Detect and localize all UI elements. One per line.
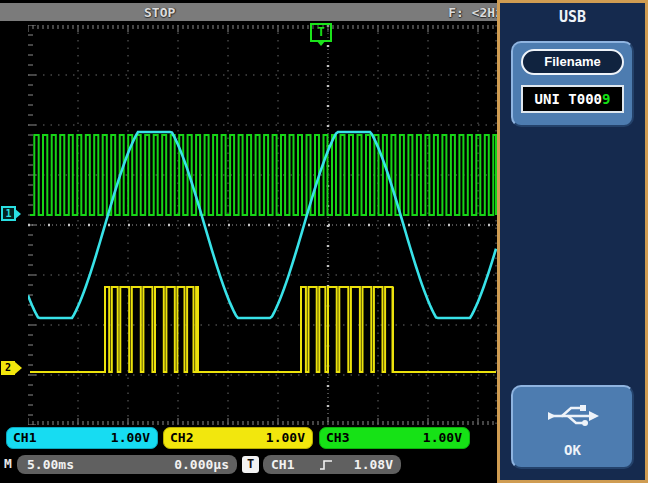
ch2-level-marker[interactable]: 2 (1, 361, 15, 375)
top-ruler-ticks (28, 25, 493, 32)
filename-field[interactable]: UNI T0009 (521, 85, 624, 113)
bottom-ruler-ticks (28, 418, 493, 425)
ch2-scale-value: 1.00V (266, 428, 305, 448)
ch1-scale-readout: CH1 1.00V (6, 427, 158, 449)
filename-softkey[interactable]: Filename UNI T0009 (511, 41, 634, 127)
timebase-readout: 5.00ms 0.000µs (17, 455, 237, 474)
ch1-scale-value: 1.00V (111, 428, 150, 448)
horizontal-offset-value: 0.000µs (174, 455, 229, 474)
ch2-marker-arrow-icon (15, 362, 22, 374)
filename-value: UNI T000 (535, 91, 602, 107)
scope-screen: STOP F: <2Hz T 1 2 CH1 1.00V CH2 1.00V C… (0, 0, 497, 483)
trigger-position-arrow-icon (316, 40, 326, 46)
usb-menu-title: USB (500, 8, 645, 26)
usb-menu-panel: USB Filename UNI T0009 OK (497, 0, 648, 483)
ok-button-label: OK (513, 442, 632, 458)
acquisition-status: STOP (144, 5, 175, 20)
ch3-scale-readout: CH3 1.00V (319, 427, 470, 449)
filename-button[interactable]: Filename (521, 49, 624, 75)
ch3-carrier-trace (30, 135, 496, 215)
ok-button[interactable]: OK (511, 385, 634, 469)
ch2-scale-readout: CH2 1.00V (163, 427, 313, 449)
frequency-readout: F: <2Hz (448, 5, 503, 20)
usb-trident-icon (544, 400, 602, 432)
trigger-level-value: 1.08V (354, 455, 393, 474)
ch1-marker-label: 1 (5, 208, 11, 219)
main-timebase-indicator: M (4, 456, 12, 471)
rising-edge-icon (319, 459, 333, 471)
timebase-value: 5.00ms (27, 455, 74, 474)
oscilloscope-screenshot: STOP F: <2Hz T 1 2 CH1 1.00V CH2 1.00V C… (0, 0, 650, 490)
ch1-marker-arrow-icon (14, 208, 21, 220)
trigger-position-label: T (317, 25, 324, 39)
ch2-marker-label: 2 (5, 362, 11, 373)
ch1-level-marker[interactable]: 1 (1, 206, 16, 221)
filename-cursor-char: 9 (602, 91, 610, 107)
ch2-burst-trace (30, 287, 496, 372)
grid-vertical-dots (78, 25, 478, 425)
trigger-indicator-box: T (242, 456, 259, 473)
ch3-label: CH3 (326, 428, 349, 448)
ch2-label: CH2 (170, 428, 193, 448)
top-status-bar: STOP F: <2Hz (0, 3, 497, 21)
trigger-position-marker[interactable]: T (310, 23, 332, 42)
trigger-readout: CH1 1.08V (263, 455, 401, 474)
ch3-scale-value: 1.00V (423, 428, 462, 448)
grid-horizontal-dots (28, 75, 497, 375)
trigger-source: CH1 (271, 455, 294, 474)
ch1-label: CH1 (13, 428, 36, 448)
waveform-display (28, 25, 497, 425)
